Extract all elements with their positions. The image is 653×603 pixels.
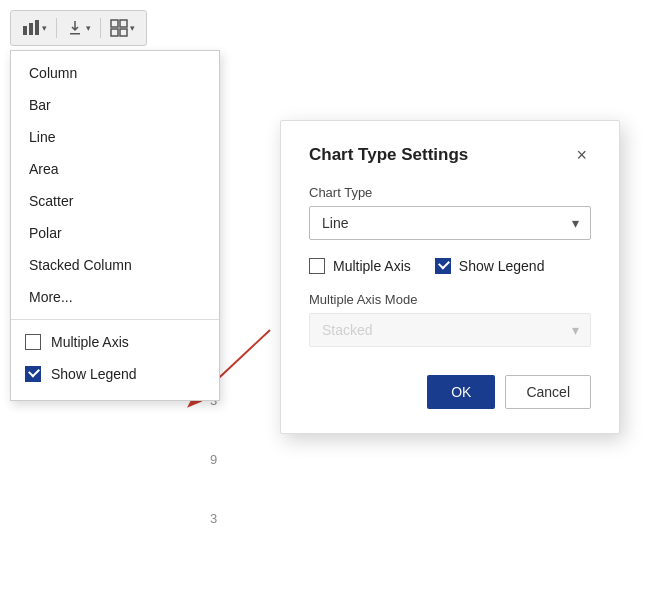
- menu-show-legend-item[interactable]: Show Legend: [11, 358, 219, 390]
- export-icon: [66, 19, 84, 37]
- toolbar: ▾ ▾ ▾: [10, 10, 147, 46]
- svg-rect-1: [29, 23, 33, 35]
- menu-show-legend-label: Show Legend: [51, 366, 137, 382]
- divider-1: [56, 18, 57, 38]
- multiple-axis-mode-select: Stacked: [309, 313, 591, 347]
- layout-button[interactable]: ▾: [105, 15, 140, 41]
- svg-rect-0: [23, 26, 27, 35]
- modal-buttons: OK Cancel: [309, 375, 591, 409]
- chart-icon: [22, 19, 40, 37]
- checkboxes-row: Multiple Axis Show Legend: [309, 258, 591, 274]
- svg-rect-2: [35, 20, 39, 35]
- multiple-axis-label: Multiple Axis: [333, 258, 411, 274]
- chart-chevron-icon: ▾: [42, 23, 47, 33]
- chart-type-dropdown-menu: Column Bar Line Area Scatter Polar Stack…: [10, 50, 220, 401]
- ok-button[interactable]: OK: [427, 375, 495, 409]
- modal-header: Chart Type Settings ×: [309, 145, 591, 165]
- chart-type-select[interactable]: Line: [309, 206, 591, 240]
- menu-item-polar[interactable]: Polar: [11, 217, 219, 249]
- divider-2: [100, 18, 101, 38]
- svg-rect-4: [120, 20, 127, 27]
- multiple-axis-checkbox-item[interactable]: Multiple Axis: [309, 258, 411, 274]
- menu-show-legend-checkbox[interactable]: [25, 366, 41, 382]
- show-legend-label: Show Legend: [459, 258, 545, 274]
- menu-item-area[interactable]: Area: [11, 153, 219, 185]
- menu-multiple-axis-item[interactable]: Multiple Axis: [11, 326, 219, 358]
- menu-item-column[interactable]: Column: [11, 57, 219, 89]
- menu-item-stacked-column[interactable]: Stacked Column: [11, 249, 219, 281]
- menu-item-more[interactable]: More...: [11, 281, 219, 313]
- modal-title: Chart Type Settings: [309, 145, 468, 165]
- chart-type-field-label: Chart Type: [309, 185, 591, 200]
- layout-icon: [110, 19, 128, 37]
- export-button[interactable]: ▾: [61, 15, 96, 41]
- multiple-axis-checkbox[interactable]: [309, 258, 325, 274]
- multiple-axis-mode-label: Multiple Axis Mode: [309, 292, 591, 307]
- show-legend-checkbox[interactable]: [435, 258, 451, 274]
- menu-item-bar[interactable]: Bar: [11, 89, 219, 121]
- chart-num-7: 3: [210, 512, 217, 525]
- chart-type-select-wrapper: Line: [309, 206, 591, 240]
- svg-rect-3: [111, 20, 118, 27]
- cancel-button[interactable]: Cancel: [505, 375, 591, 409]
- export-chevron-icon: ▾: [86, 23, 91, 33]
- modal-close-button[interactable]: ×: [572, 146, 591, 164]
- chart-num-6: 9: [210, 453, 217, 466]
- menu-multiple-axis-checkbox[interactable]: [25, 334, 41, 350]
- chart-type-button[interactable]: ▾: [17, 15, 52, 41]
- chart-type-settings-modal: Chart Type Settings × Chart Type Line Mu…: [280, 120, 620, 434]
- menu-item-scatter[interactable]: Scatter: [11, 185, 219, 217]
- menu-multiple-axis-label: Multiple Axis: [51, 334, 129, 350]
- menu-item-line[interactable]: Line: [11, 121, 219, 153]
- menu-divider: [11, 319, 219, 320]
- show-legend-checkbox-item[interactable]: Show Legend: [435, 258, 545, 274]
- svg-rect-5: [111, 29, 118, 36]
- multiple-axis-mode-wrapper: Stacked: [309, 313, 591, 347]
- layout-chevron-icon: ▾: [130, 23, 135, 33]
- svg-rect-6: [120, 29, 127, 36]
